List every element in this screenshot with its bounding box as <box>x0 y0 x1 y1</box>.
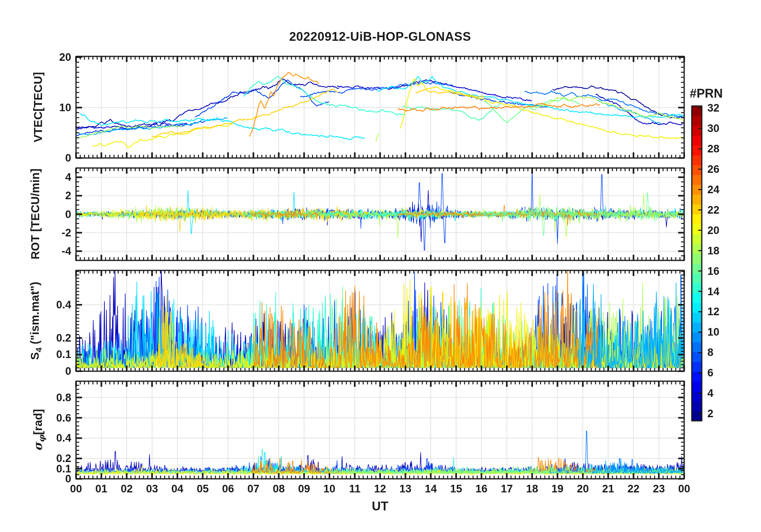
colorbar-tick-label-2: 2 <box>707 407 735 420</box>
y-tick-label-panel4-0.4: 0.4 <box>37 432 71 444</box>
y-tick-label-panel2--4: -4 <box>37 245 71 258</box>
x-tick-label-09-9: 09 <box>290 482 318 495</box>
x-tick-label-05-5: 05 <box>188 482 217 495</box>
colorbar-tick-label-20: 20 <box>707 224 735 237</box>
x-tick-label-14-14: 14 <box>417 482 445 495</box>
x-tick-label-02-2: 02 <box>112 482 141 495</box>
x-tick-label-01-1: 01 <box>87 482 116 495</box>
colorbar-tick-label-24: 24 <box>707 183 735 196</box>
y-tick-label-panel2-2: 2 <box>37 189 71 202</box>
y-tick-label-panel2-4: 4 <box>37 171 71 184</box>
x-tick-label-12-12: 12 <box>366 482 395 495</box>
x-tick-label-19-19: 19 <box>543 482 572 495</box>
colorbar-tick-label-4: 4 <box>707 387 735 400</box>
colorbar-tick-label-6: 6 <box>707 366 735 379</box>
x-tick-label-17-17: 17 <box>493 482 521 495</box>
y-tick-label-panel1-0: 0 <box>37 152 71 164</box>
x-tick-label-08-8: 08 <box>264 482 293 495</box>
y-tick-label-panel1-20: 20 <box>37 51 71 64</box>
colorbar-tick-label-12: 12 <box>707 305 735 318</box>
y-tick-label-panel3-0: 0 <box>37 365 71 378</box>
colorbar-tick-label-10: 10 <box>707 326 735 338</box>
y-tick-label-panel2-0: 0 <box>37 208 71 221</box>
colorbar-tick-label-16: 16 <box>707 265 735 278</box>
colorbar-tick-label-14: 14 <box>707 285 735 298</box>
colorbar-tick-label-28: 28 <box>707 142 735 155</box>
x-tick-label-23-23: 23 <box>645 482 673 495</box>
y-tick-label-panel3-0.2: 0.2 <box>37 332 71 344</box>
y-tick-label-panel2--2: -2 <box>37 226 71 239</box>
colorbar-tick-label-30: 30 <box>707 122 735 135</box>
x-tick-label-18-18: 18 <box>518 482 547 495</box>
colorbar-tick-label-26: 26 <box>707 163 735 176</box>
y-tick-label-panel1-10: 10 <box>37 101 71 114</box>
x-tick-label-10-10: 10 <box>315 482 344 495</box>
colorbar-title: #PRN <box>680 86 732 101</box>
colorbar-tick-label-32: 32 <box>707 102 735 114</box>
x-tick-label-07-7: 07 <box>239 482 268 495</box>
y-tick-label-panel4-0.2: 0.2 <box>37 452 71 465</box>
x-tick-label-04-4: 04 <box>163 482 192 495</box>
x-tick-label-21-21: 21 <box>594 482 623 495</box>
x-axis-label: UT <box>76 499 684 514</box>
y-tick-label-panel4-0.6: 0.6 <box>37 412 71 424</box>
x-tick-label-03-3: 03 <box>138 482 166 495</box>
y-tick-label-panel4-0.8: 0.8 <box>37 391 71 404</box>
x-tick-label-16-16: 16 <box>467 482 496 495</box>
x-tick-label-20-20: 20 <box>569 482 597 495</box>
colorbar-tick-label-22: 22 <box>707 204 735 216</box>
x-tick-label-11-11: 11 <box>340 482 369 495</box>
x-tick-label-06-6: 06 <box>214 482 242 495</box>
chart-canvas <box>0 0 761 532</box>
figure: 20220912-UiB-HOP-GLONASS VTEC[TECU] ROT … <box>0 0 761 532</box>
colorbar-tick-label-18: 18 <box>707 244 735 257</box>
y-tick-label-panel3-0.1: 0.1 <box>37 348 71 361</box>
x-tick-label-00-0: 00 <box>62 482 90 495</box>
x-tick-label-00-24: 00 <box>670 482 699 495</box>
x-tick-label-13-13: 13 <box>391 482 420 495</box>
colorbar-tick-label-8: 8 <box>707 346 735 359</box>
x-tick-label-15-15: 15 <box>442 482 471 495</box>
y-tick-label-panel3-0.4: 0.4 <box>37 298 71 311</box>
chart-title: 20220912-UiB-HOP-GLONASS <box>76 30 684 44</box>
x-tick-label-22-22: 22 <box>619 482 648 495</box>
